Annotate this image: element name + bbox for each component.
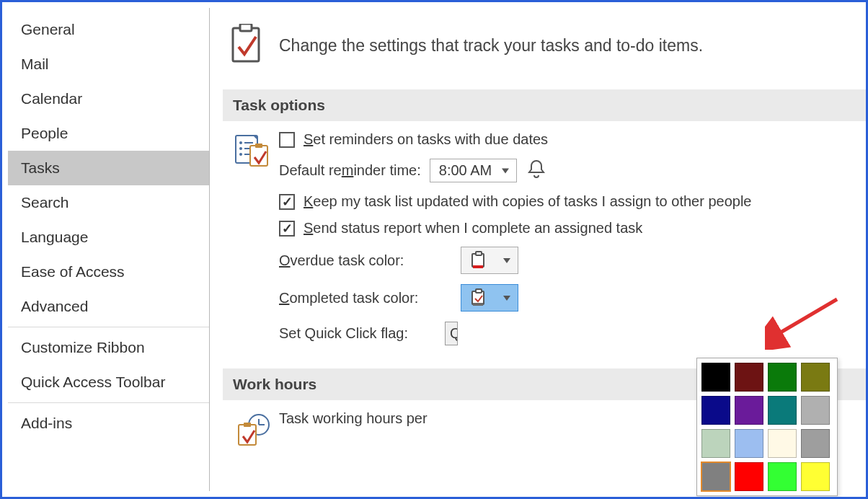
sidebar-item-customize-ribbon[interactable]: Customize Ribbon [8,330,209,365]
sidebar-item-people[interactable]: People [8,116,209,151]
color-palette-popup [696,358,838,496]
color-swatch[interactable] [801,429,830,458]
color-swatch[interactable] [701,429,730,458]
sidebar-item-language[interactable]: Language [8,220,209,255]
svg-point-6 [239,147,242,150]
svg-rect-17 [473,303,483,306]
label-default-reminder-time: Default reminder time: [279,162,421,179]
color-swatch[interactable] [735,396,763,425]
sidebar-item-mail[interactable]: Mail [8,47,209,81]
sidebar-item-ease-of-access[interactable]: Ease of Access [8,255,209,289]
sidebar-item-quick-access-toolbar[interactable]: Quick Access Toolbar [8,365,209,399]
button-quick-click[interactable]: Q [445,322,458,345]
svg-point-4 [239,141,242,144]
svg-rect-0 [233,28,259,61]
section-task-options-title: Task options [223,89,866,121]
color-swatch[interactable] [701,363,730,392]
task-clock-icon [229,410,279,451]
color-swatch[interactable] [801,462,830,491]
color-swatch[interactable] [768,363,797,392]
color-swatch[interactable] [801,363,830,392]
page-header: Change the settings that track your task… [229,24,866,68]
svg-rect-11 [255,143,262,148]
checkbox-send-status[interactable] [279,221,295,237]
svg-rect-1 [240,24,252,31]
sidebar-item-calendar[interactable]: Calendar [8,81,209,116]
label-working-hours: Task working hours per [279,410,428,427]
color-swatch[interactable] [801,396,830,425]
svg-rect-14 [473,265,483,268]
sidebar-item-advanced[interactable]: Advanced [8,289,209,324]
color-swatch[interactable] [768,396,797,425]
svg-rect-22 [244,423,251,427]
label-send-status: Send status report when I complete an as… [304,220,642,237]
label-set-reminders: Set reminders on tasks with due dates [304,131,548,148]
color-swatch[interactable] [735,363,763,392]
color-swatch[interactable] [735,429,763,458]
clipboard-check-icon [229,24,263,68]
sidebar-item-search[interactable]: Search [8,185,209,220]
select-default-reminder-time[interactable]: 8:00 AM [430,159,517,182]
main-panel: Change the settings that track your task… [210,2,866,497]
dropdown-overdue-color[interactable] [461,247,518,274]
label-overdue-color: Overdue task color: [279,252,452,269]
color-swatch[interactable] [701,396,730,425]
chevron-down-icon [503,258,510,263]
sidebar-separator [8,402,209,403]
sidebar: GeneralMailCalendarPeopleTasksSearchLang… [8,8,210,491]
svg-rect-16 [476,289,482,293]
svg-point-8 [239,153,242,156]
label-keep-updated: Keep my task list updated with copies of… [304,193,751,210]
chevron-down-icon [503,296,510,301]
dropdown-completed-color[interactable] [461,284,518,312]
color-swatch[interactable] [701,462,730,491]
color-swatch[interactable] [768,429,797,458]
checkbox-keep-updated[interactable] [279,194,295,210]
sidebar-item-tasks[interactable]: Tasks [8,151,209,185]
label-quick-click: Set Quick Click flag: [279,325,436,342]
checkbox-set-reminders[interactable] [279,132,295,148]
svg-rect-13 [476,252,482,255]
page-description: Change the settings that track your task… [279,36,703,56]
sidebar-separator [8,327,209,327]
sidebar-item-general[interactable]: General [8,12,209,47]
bell-icon[interactable] [526,158,547,183]
task-list-icon [229,131,279,356]
label-completed-color: Completed task color: [279,290,452,306]
color-swatch[interactable] [735,462,763,491]
color-swatch[interactable] [768,462,797,491]
sidebar-item-add-ins[interactable]: Add-ins [8,406,209,441]
